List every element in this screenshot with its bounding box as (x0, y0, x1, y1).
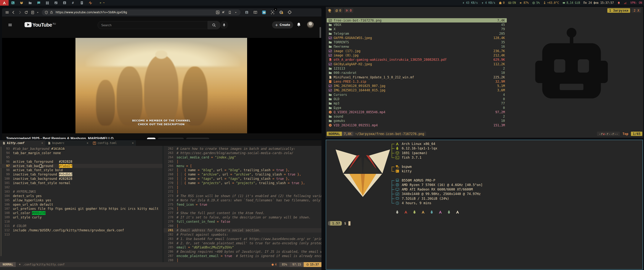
browser-window: https://www.youtube.com/watch?v=5b8A-jgx… (2, 8, 322, 139)
workspace-activity[interactable] (86, 0, 95, 6)
workspace-cat[interactable] (17, 0, 26, 6)
swatch-tux-icon (396, 210, 399, 214)
code-line: 281# Email address for footer's social s… (164, 228, 322, 232)
capture-button[interactable]: x (270, 9, 276, 16)
workspace-image[interactable] (52, 0, 60, 6)
file-row[interactable]: sound2 (327, 114, 507, 119)
address-bar-actions[interactable]: Ax̽ (215, 9, 239, 16)
file-row[interactable]: 000-razobrat10 (327, 71, 507, 75)
chip-all[interactable]: All (147, 138, 156, 139)
url-text[interactable]: https://www.youtube.com/watch?v=5b8A-jgx… (56, 11, 215, 14)
workspace-folder[interactable] (26, 0, 34, 6)
download-button[interactable] (244, 9, 250, 16)
fastfetch-row: Arch Linux x86_64 (391, 142, 483, 146)
reload-button[interactable] (23, 9, 30, 16)
file-row[interactable]: OLD0 (327, 97, 507, 101)
chips-more-icon[interactable]: › (214, 138, 215, 139)
pane-kitty-conf[interactable]: 93#tab_bar_background #16161694tab_bar_m… (0, 147, 162, 262)
vid-file-icon (328, 123, 334, 127)
site-info-icons[interactable] (44, 9, 54, 16)
address-bar[interactable]: https://www.youtube.com/watch?v=5b8A-jgx… (42, 9, 240, 15)
code-line: 102 (0, 185, 162, 190)
workspace-chat[interactable] (34, 0, 43, 6)
caret-button[interactable] (36, 9, 40, 16)
voice-search-button[interactable] (220, 21, 228, 29)
workspace-notes[interactable] (78, 0, 86, 6)
workspace-arch[interactable] (0, 0, 8, 6)
create-button[interactable]: + Create (272, 21, 293, 29)
file-row[interactable]: VBOX45 (327, 23, 507, 27)
file-row[interactable]: Lens-FREE-1.3.zip32,9M (327, 79, 507, 84)
command-line[interactable] (0, 267, 322, 270)
youtube-logo[interactable]: YouTube RU (24, 22, 56, 28)
terminal-window[interactable]: Arch Linux x86_646.12.16-lqx1-1-lqx1691 … (326, 140, 643, 270)
file-row[interactable]: IMG_20250123_164440_015.jpg3,6M (327, 88, 507, 92)
dir-file-icon (328, 23, 334, 27)
file-row[interactable]: image (8).jpg212,4K (327, 53, 507, 57)
file-row[interactable]: image (17).jpg236,7K (327, 49, 507, 53)
file-row[interactable]: Cursors4 (327, 92, 507, 97)
translate-button[interactable]: Ax̽ (221, 9, 227, 16)
workspace-download[interactable] (60, 0, 69, 6)
chip-tomorrowland[interactable]: Tomorrowland (186, 138, 209, 139)
yazi-tab-inactive[interactable]: 2 X (632, 8, 641, 13)
file-row[interactable]: X79 (327, 27, 507, 31)
editor-tab-config-toml[interactable]: config.toml× (90, 140, 136, 146)
lock-icon[interactable] (49, 9, 54, 16)
file-row[interactable]: mp377 (327, 101, 507, 105)
ext-r-button[interactable]: R (261, 9, 267, 16)
notifications-button[interactable] (296, 22, 301, 27)
workspace-hash[interactable]: # (69, 0, 78, 6)
back-button[interactable] (10, 9, 17, 16)
file-row[interactable]: TORRENTS35 (327, 40, 507, 44)
file-row[interactable]: GkC0yLaXgAAP-H2.jpeg112,2K (327, 62, 507, 66)
search-button[interactable] (208, 21, 220, 29)
editor-tab-kitty-conf[interactable]: kitty.conf× (0, 140, 45, 146)
file-row[interactable]: Буря0 (327, 105, 507, 110)
video-frame[interactable]: BECOME A MEMBER OF THE CHANNEL CHECK OUT… (76, 38, 247, 133)
file-row[interactable]: IMG_20250128_091825_007.jpg5,1M (327, 84, 507, 88)
pane-config-toml[interactable]: 262# Learn how to create these images in… (164, 147, 322, 262)
search-input[interactable]: Search (98, 21, 208, 29)
code-line: 112include /home/$USER/.config/kitty/the… (0, 228, 162, 232)
close-tab-icon[interactable]: × (87, 141, 88, 145)
stat-vpn-on: VPN: ON (630, 1, 642, 5)
file-row[interactable]: MiniFuse1_Firmware_Update_1_5_0_212_win.… (327, 75, 507, 79)
caret-button[interactable] (233, 9, 239, 16)
file-row[interactable]: Пингвины16 (327, 44, 507, 49)
file-row[interactable]: 1231132 (327, 66, 507, 70)
dir-file-icon (328, 102, 334, 105)
file-row[interactable]: VID_20241130_092551.mp4151,3M (327, 123, 507, 127)
file-row[interactable]: GkFPR-GXUAACWSS.jpeg128,4K (327, 36, 507, 40)
workspace-terminal[interactable] (8, 0, 17, 6)
file-row[interactable]: free-icon-bot-7167276.png7,4K (327, 18, 507, 23)
forward-button[interactable] (17, 9, 23, 16)
menu-button[interactable] (4, 9, 10, 16)
vid-file-icon (328, 110, 334, 114)
yazi-tab-active[interactable]: 1 Загрузки (607, 8, 630, 13)
bookmark-button[interactable] (227, 9, 233, 16)
code-line: 273# The RSS icon will be shown if (1) i… (164, 194, 322, 198)
stat-thermometer: +43.0°C (543, 1, 559, 5)
file-row[interactable]: Telegram205 (327, 31, 507, 36)
book-button[interactable] (252, 9, 258, 16)
file-row[interactable]: Q_VIDEO_20241220_085546.mp497,2M (327, 110, 507, 114)
yt-menu-icon[interactable] (7, 22, 13, 28)
chip-from-inegative[interactable]: From iNEGATIVE (158, 138, 184, 139)
package-icon (396, 151, 402, 155)
file-row[interactable]: gomuks10 (327, 119, 507, 123)
reader-button[interactable] (30, 9, 36, 16)
avatar[interactable] (307, 21, 314, 28)
shell-prompt[interactable]: 1.57 $ (328, 221, 350, 226)
close-tab-icon[interactable]: × (132, 141, 134, 145)
video-player[interactable]: BECOME A MEMBER OF THE CHANNEL CHECK OUT… (2, 38, 322, 133)
shield-icon[interactable] (44, 9, 49, 16)
editor-tab-bspwmrc[interactable]: bspwmrc× (45, 140, 90, 146)
proxy-button[interactable] (278, 9, 284, 16)
fastfetch-group: Arch Linux x86_646.12.16-lqx1-1-lqx1691 … (391, 142, 483, 160)
file-row[interactable]: PDFoth_A_ardor-gaming-wakizashi_instrukc… (327, 58, 507, 62)
puzzle-button[interactable] (286, 9, 293, 16)
close-tab-icon[interactable]: × (41, 141, 43, 145)
rss-button[interactable] (215, 9, 221, 16)
workspace-windows[interactable] (43, 0, 52, 6)
